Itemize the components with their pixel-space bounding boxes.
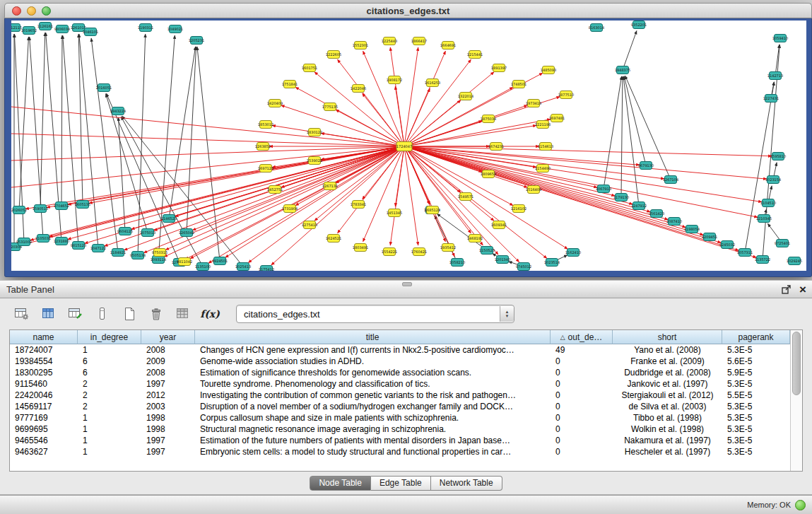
graph-node[interactable]: 1150523 (479, 247, 495, 255)
column-header-year[interactable]: year (141, 330, 195, 344)
graph-node[interactable]: 9604125 (117, 228, 133, 235)
column-header-short[interactable]: short (613, 330, 722, 344)
graph-node[interactable]: 1029245 (787, 257, 802, 265)
graph-node[interactable]: 1552301 (353, 42, 368, 49)
graph-node[interactable]: 1748501 (511, 81, 526, 88)
graph-node[interactable]: 1154490 (535, 165, 551, 173)
scrollbar-thumb[interactable] (792, 332, 801, 395)
graph-node[interactable]: 1685123 (425, 206, 440, 214)
table-row[interactable]: 1938455462009Genome-wide association stu… (10, 356, 790, 367)
graph-node[interactable]: 1697123 (258, 165, 273, 173)
function-builder-button[interactable]: f(x) (199, 305, 220, 323)
table-row[interactable]: 969969511998Structural magnetic resonanc… (10, 424, 790, 435)
minimize-window-button[interactable] (27, 6, 36, 16)
graph-node[interactable]: 1049021 (167, 25, 183, 33)
graph-node[interactable]: 1227431 (763, 95, 779, 103)
table-row[interactable]: 946554611997Estimation of the future num… (10, 435, 790, 446)
graph-node[interactable]: 1853012 (258, 121, 273, 129)
column-header-title[interactable]: title (195, 330, 551, 344)
graph-node[interactable]: 1616253 (425, 79, 440, 87)
graph-node[interactable]: 1162410 (565, 249, 581, 257)
graph-node[interactable]: 1025413 (235, 263, 251, 271)
graph-node[interactable]: 1516409 (526, 186, 541, 194)
new-table-button[interactable] (119, 305, 140, 323)
table-row[interactable]: 911546021997Tourette syndrome. Phenomeno… (10, 378, 790, 390)
graph-node[interactable]: 1973419 (526, 100, 541, 107)
graph-node[interactable]: 1059410 (772, 35, 788, 42)
graph-node[interactable]: 1775135 (322, 103, 338, 111)
graph-node[interactable]: 1943224 (110, 107, 126, 115)
graph-node[interactable]: 1866417 (411, 37, 427, 45)
graph-node[interactable]: 1135722 (755, 256, 770, 264)
graph-node[interactable]: 1154613 (538, 143, 553, 151)
table-settings-button[interactable] (11, 305, 33, 323)
graph-node[interactable]: 1549571 (458, 193, 473, 201)
graph-node[interactable]: 1104510 (760, 199, 776, 207)
graph-node[interactable]: 1674231 (488, 143, 504, 151)
zoom-window-button[interactable] (42, 6, 51, 16)
delete-table-button[interactable] (146, 305, 167, 323)
graph-node[interactable]: 1225443 (382, 37, 397, 45)
graph-node[interactable]: 1231880 (54, 238, 69, 245)
graph-node[interactable]: 1605135 (75, 201, 90, 209)
graph-node[interactable]: 2026052 (11, 206, 27, 214)
graph-node[interactable]: 1595810 (770, 153, 786, 160)
graph-node[interactable]: 1468192 (467, 235, 483, 243)
graph-node[interactable]: 9531002 (16, 238, 32, 246)
tab-edge-table[interactable]: Edge Table (371, 476, 431, 491)
graph-node[interactable]: 9725401 (775, 240, 790, 247)
tab-network-table[interactable]: Network Table (431, 476, 502, 491)
graph-node[interactable]: 1019652 (21, 27, 37, 35)
graph-node[interactable]: 1184921 (110, 249, 126, 257)
graph-node[interactable]: 1216102 (511, 205, 526, 213)
graph-node[interactable]: 1485093 (541, 66, 556, 74)
graph-node[interactable]: 9924501 (212, 257, 228, 265)
graph-node[interactable]: 1057311 (737, 249, 753, 257)
select-columns-button[interactable] (38, 305, 59, 323)
graph-node[interactable]: 1783341 (351, 201, 366, 209)
graph-node[interactable]: 1731904 (282, 205, 298, 213)
graph-node[interactable]: 1322014 (458, 93, 473, 100)
graph-node[interactable]: 1877510 (558, 91, 574, 99)
column-header-pagerank[interactable]: pagerank (722, 330, 790, 344)
graph-node[interactable]: 1697481 (549, 115, 565, 122)
window-titlebar[interactable]: citations_edges.txt (4, 3, 812, 18)
graph-node[interactable]: 1263852 (255, 143, 271, 151)
graph-node[interactable]: 1267104 (663, 176, 678, 184)
graph-node[interactable]: 1830122 (307, 129, 322, 136)
graph-node[interactable]: 1452751 (267, 186, 283, 194)
graph-node[interactable]: 9245032 (719, 241, 735, 249)
graph-node[interactable]: 1198054 (684, 226, 700, 233)
graph-node[interactable]: 1215441 (467, 51, 483, 59)
float-panel-icon[interactable] (782, 285, 791, 294)
graph-node[interactable]: 1222605 (326, 51, 341, 59)
column-header-in_degree[interactable]: in_degree (78, 330, 141, 344)
graph-node[interactable]: 1190311 (138, 24, 153, 32)
graph-node[interactable]: 9352201 (631, 21, 647, 29)
graph-node[interactable]: 1809653 (481, 170, 496, 178)
graph-node[interactable]: 1261015 (71, 24, 86, 32)
graph-node[interactable]: 9505134 (130, 252, 146, 259)
add-column-button[interactable] (65, 305, 86, 323)
graph-node[interactable]: 1023514 (544, 259, 560, 267)
graph-node[interactable]: 1142713 (767, 72, 783, 80)
graph-node[interactable]: 1554221 (382, 248, 397, 256)
graph-node[interactable]: 1420409 (267, 100, 283, 107)
graph-node[interactable]: 1093114 (151, 256, 166, 264)
graph-node[interactable]: 1624521 (326, 235, 341, 243)
column-header-name[interactable]: name (10, 330, 78, 344)
graph-node[interactable]: 1664691 (440, 42, 456, 49)
graph-node[interactable]: 1451345 (387, 209, 402, 217)
graph-node[interactable]: 1751841 (282, 81, 298, 88)
graph-node[interactable]: 1803491 (353, 244, 368, 252)
graph-node[interactable]: 1135100 (195, 263, 211, 271)
graph-node[interactable]: 8163014 (589, 24, 604, 32)
import-table-button[interactable] (172, 305, 194, 323)
graph-node[interactable]: 1935412 (440, 244, 456, 252)
graph-node[interactable]: 1265042 (179, 229, 194, 237)
graph-node[interactable]: 1087410 (666, 218, 682, 226)
graph-node[interactable]: 1179130 (613, 194, 629, 201)
graph-node[interactable]: 1908172 (387, 76, 402, 84)
graph-node[interactable]: 1201340 (495, 256, 510, 264)
graph-node[interactable]: 9750315 (152, 249, 167, 257)
